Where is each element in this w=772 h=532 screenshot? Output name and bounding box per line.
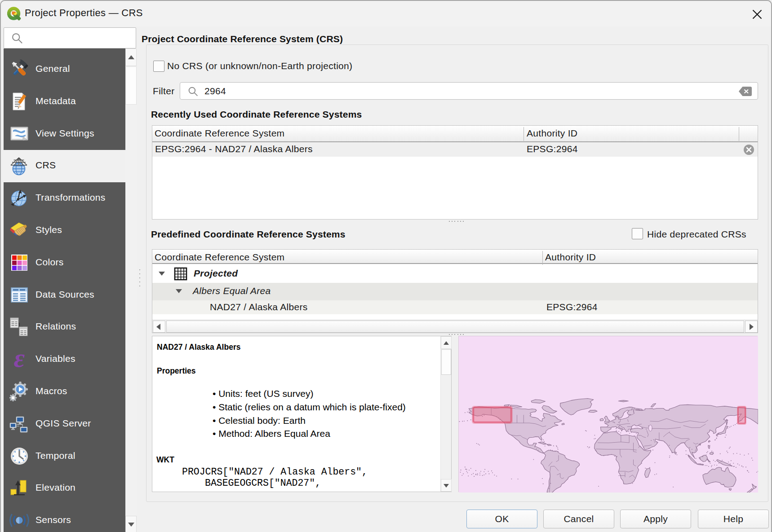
svg-text:ε: ε: [14, 349, 25, 369]
